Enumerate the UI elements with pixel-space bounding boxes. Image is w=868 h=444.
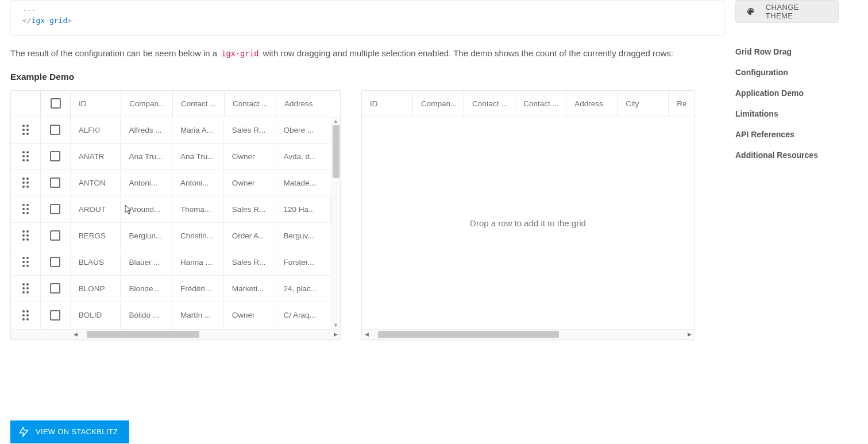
header-city[interactable]: City — [618, 91, 669, 117]
cell-address: Berguv... — [275, 223, 331, 249]
header-region[interactable]: Re — [669, 91, 694, 117]
cell-contact-title: Sales R... — [224, 117, 276, 143]
row-checkbox[interactable] — [41, 302, 71, 329]
drag-handle-icon — [22, 204, 29, 214]
drag-handle-icon — [22, 151, 29, 161]
cell-contact-title: Sales R... — [224, 196, 276, 222]
hscroll-thumb[interactable] — [87, 331, 199, 338]
scroll-thumb[interactable] — [333, 125, 340, 178]
cell-contact-title: Sales R... — [224, 249, 276, 275]
row-checkbox[interactable] — [41, 170, 71, 196]
checkbox-icon — [50, 283, 60, 294]
header-contact-name[interactable]: Contact ... — [464, 91, 515, 117]
drag-handle[interactable] — [11, 249, 41, 275]
cell-id: BERGS — [71, 223, 121, 249]
view-on-stackblitz-button[interactable]: VIEW ON STACKBLITZ — [10, 420, 129, 443]
horizontal-scrollbar-left[interactable]: ◀ ▶ — [11, 329, 340, 339]
cell-id: ANATR — [71, 144, 121, 169]
drag-handle-icon — [22, 310, 29, 321]
scroll-down-arrow-icon[interactable]: ▼ — [333, 321, 338, 329]
header-address[interactable]: Address — [276, 91, 332, 117]
side-nav-item[interactable]: Application Demo — [735, 83, 850, 103]
change-theme-label: CHANGE THEME — [766, 3, 828, 20]
drag-handle[interactable] — [11, 144, 41, 169]
cell-address: C/ Araq... — [275, 302, 331, 329]
side-nav: Grid Row DragConfigurationApplication De… — [735, 41, 850, 165]
cell-address: Matade... — [275, 170, 331, 196]
scroll-up-arrow-icon[interactable]: ▲ — [333, 117, 338, 125]
row-checkbox[interactable] — [41, 223, 71, 249]
cell-company: Blonde... — [121, 276, 172, 302]
checkbox-icon — [50, 310, 60, 321]
drag-handle[interactable] — [11, 276, 41, 302]
row-checkbox[interactable] — [41, 276, 71, 302]
target-grid: ID Compan... Contact ... Contact ... Add… — [361, 90, 695, 340]
table-row[interactable]: ANATRAna Tru...Ana Tru...OwnerAvda. d... — [11, 144, 331, 170]
table-row[interactable]: AROUTAround...Thoma...Sales R...120 Ha..… — [11, 196, 331, 223]
cell-id: ALFKI — [71, 117, 121, 143]
cell-company: Antoni... — [121, 170, 172, 196]
header-company[interactable]: Compan... — [121, 91, 173, 117]
header-address[interactable]: Address — [566, 91, 618, 117]
cell-contact-name: Martín ... — [172, 302, 224, 329]
side-nav-item[interactable]: Grid Row Drag — [735, 41, 850, 62]
palette-icon — [746, 7, 755, 16]
row-checkbox[interactable] — [41, 144, 71, 169]
drag-handle[interactable] — [11, 302, 41, 329]
table-row[interactable]: BOLIDBólido ...Martín ...OwnerC/ Araq... — [11, 302, 331, 329]
drag-handle[interactable] — [11, 196, 41, 222]
header-select-all[interactable] — [41, 91, 71, 117]
cell-address: 120 Ha... — [275, 196, 331, 222]
table-row[interactable]: ANTONAntoni...Antoni...OwnerMatade... — [11, 170, 331, 196]
header-contact-title[interactable]: Contact ... — [515, 91, 566, 117]
vertical-scrollbar[interactable]: ▲ ▼ — [331, 117, 340, 329]
horizontal-scrollbar-right[interactable]: ◀ ▶ — [362, 329, 694, 339]
drag-handle[interactable] — [11, 170, 41, 196]
hscroll-thumb[interactable] — [378, 331, 559, 338]
checkbox-icon — [50, 204, 60, 214]
cell-address: 24, plac... — [275, 276, 331, 302]
scroll-left-arrow-icon[interactable]: ◀ — [71, 331, 80, 337]
table-row[interactable]: BERGSBerglun...Christin...Order A...Berg… — [11, 223, 331, 249]
description-post: with row dragging and multiple selection… — [263, 48, 673, 58]
table-row[interactable]: BLONPBlonde...Frédéri...Marketi...24, pl… — [11, 276, 331, 302]
side-nav-item[interactable]: API References — [735, 124, 850, 145]
cell-contact-title: Order A... — [224, 223, 276, 249]
cell-contact-title: Owner — [224, 170, 276, 196]
change-theme-button[interactable]: CHANGE THEME — [735, 0, 839, 23]
row-checkbox[interactable] — [41, 196, 71, 222]
stackblitz-label: VIEW ON STACKBLITZ — [36, 427, 118, 436]
side-nav-item[interactable]: Additional Resources — [735, 145, 850, 165]
scroll-left-arrow-icon[interactable]: ◀ — [362, 331, 371, 337]
drag-handle-icon — [22, 125, 29, 135]
source-grid-header-row: ID Compan... Contact ... Contact ... Add… — [11, 91, 340, 117]
cell-contact-name: Antoni... — [172, 170, 224, 196]
drop-zone[interactable]: Drop a row to add it to the grid — [362, 117, 694, 329]
header-id[interactable]: ID — [362, 91, 413, 117]
table-row[interactable]: ALFKIAlfreds ...Maria A...Sales R...Ober… — [11, 117, 331, 144]
checkbox-icon — [51, 98, 61, 109]
side-nav-item[interactable]: Configuration — [735, 62, 850, 83]
header-company[interactable]: Compan... — [413, 91, 464, 117]
side-nav-item[interactable]: Limitations — [735, 103, 850, 124]
cell-address: Obere ... — [275, 117, 331, 143]
drag-handle-icon — [22, 283, 29, 294]
drop-placeholder-text: Drop a row to add it to the grid — [362, 117, 694, 329]
cell-contact-name: Maria A... — [172, 117, 224, 143]
header-contact-name[interactable]: Contact ... — [173, 91, 225, 117]
drag-handle[interactable] — [11, 117, 41, 143]
header-drag-column — [11, 91, 41, 117]
table-row[interactable]: BLAUSBlauer ...Hanna ...Sales R...Forste… — [11, 249, 331, 276]
checkbox-icon — [50, 257, 60, 267]
scroll-right-arrow-icon[interactable]: ▶ — [685, 331, 694, 337]
drag-handle[interactable] — [11, 223, 41, 249]
row-checkbox[interactable] — [41, 249, 71, 275]
cell-contact-name: Thoma... — [172, 196, 224, 222]
scroll-right-arrow-icon[interactable]: ▶ — [331, 331, 340, 337]
cell-contact-name: Ana Tru... — [172, 144, 224, 169]
cell-contact-name: Frédéri... — [172, 276, 224, 302]
header-contact-title[interactable]: Contact ... — [225, 91, 276, 117]
row-checkbox[interactable] — [41, 117, 71, 143]
header-id[interactable]: ID — [71, 91, 121, 117]
code-close-tag: igx-grid — [32, 16, 68, 25]
